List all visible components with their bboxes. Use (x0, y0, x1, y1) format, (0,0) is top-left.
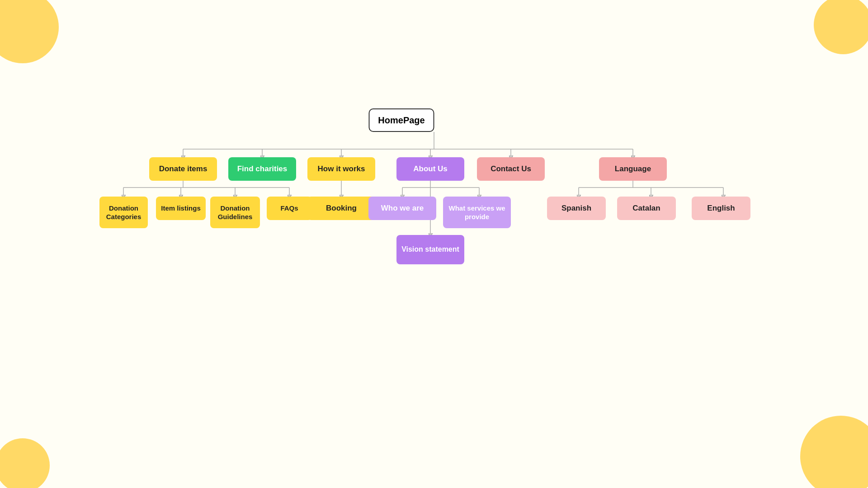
how-it-works-node[interactable]: How it works (307, 157, 375, 181)
vision-statement-node[interactable]: Vision statement (396, 235, 464, 264)
donation-guidelines-node[interactable]: Donation Guidelines (210, 197, 260, 228)
language-node[interactable]: Language (599, 157, 667, 181)
item-listings-node[interactable]: Item listings (156, 197, 206, 220)
decorative-circle-tl (0, 0, 59, 63)
decorative-circle-bl (0, 438, 50, 488)
what-services-node[interactable]: What services we provide (443, 197, 511, 228)
booking-node[interactable]: Booking (307, 197, 375, 220)
who-we-are-node[interactable]: Who we are (368, 197, 436, 220)
contact-us-node[interactable]: Contact Us (477, 157, 545, 181)
decorative-circle-tr (814, 0, 868, 54)
faqs-node[interactable]: FAQs (267, 197, 312, 220)
find-charities-node[interactable]: Find charities (228, 157, 296, 181)
about-us-node[interactable]: About Us (396, 157, 464, 181)
homepage-node[interactable]: HomePage (369, 108, 434, 132)
donation-categories-node[interactable]: Donation Categories (99, 197, 148, 228)
decorative-circle-br (800, 416, 868, 488)
spanish-node[interactable]: Spanish (547, 197, 606, 220)
catalan-node[interactable]: Catalan (617, 197, 676, 220)
english-node[interactable]: English (692, 197, 750, 220)
donate-items-node[interactable]: Donate items (149, 157, 217, 181)
